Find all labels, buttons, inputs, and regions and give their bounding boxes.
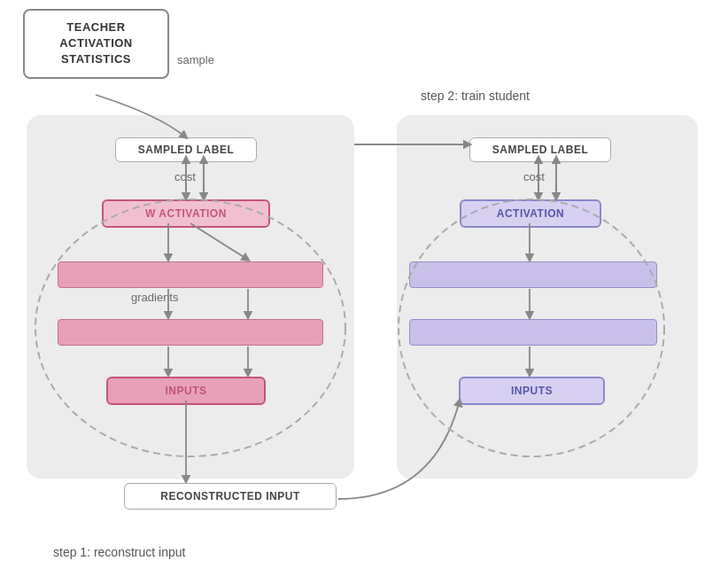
cost-label-1: cost <box>174 170 196 183</box>
step2-label: step 2: train student <box>421 89 530 103</box>
gradients-label: gradients <box>131 291 178 304</box>
step2-panel <box>397 115 698 479</box>
step1-label: step 1: reconstruct input <box>53 545 185 559</box>
reconstructed-input-box: RECONSTRUCTED INPUT <box>124 483 337 510</box>
sample-label: sample <box>177 53 214 66</box>
cost-label-2: cost <box>523 170 545 183</box>
inputs-box-1: INPUTS <box>106 377 266 405</box>
w-activation-box: W ACTIVATION <box>102 199 270 228</box>
diagram-container: TEACHER ACTIVATION STATISTICS sample ste… <box>0 0 728 584</box>
pink-bar-1 <box>58 261 323 288</box>
activation-box: ACTIVATION <box>460 199 601 228</box>
sampled-label-box-2: SAMPLED LABEL <box>469 137 611 162</box>
teacher-label: TEACHER ACTIVATION STATISTICS <box>59 20 133 66</box>
purple-bar-1 <box>409 261 657 288</box>
teacher-box: TEACHER ACTIVATION STATISTICS <box>23 9 169 79</box>
sampled-label-box-1: SAMPLED LABEL <box>115 137 257 162</box>
inputs-box-2: INPUTS <box>459 377 605 405</box>
purple-bar-2 <box>409 319 657 346</box>
pink-bar-2 <box>58 319 323 346</box>
